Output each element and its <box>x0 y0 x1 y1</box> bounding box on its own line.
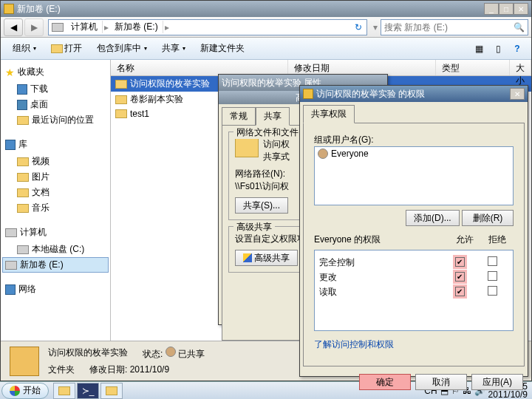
minimize-button[interactable]: _ <box>484 3 499 15</box>
network-header[interactable]: 网络 <box>2 280 109 299</box>
allow-change-checkbox[interactable] <box>455 272 465 282</box>
start-button[interactable]: 开始 <box>1 383 49 399</box>
view-button[interactable]: ▦ <box>471 41 487 57</box>
search-field[interactable]: 🔍 <box>381 19 528 35</box>
tab-sharing[interactable]: 共享 <box>256 107 290 126</box>
ok-button[interactable]: 确定 <box>359 374 411 390</box>
address-bar[interactable]: 计算机 ▸ 新加卷 (E:) ▸ ↻ <box>48 19 367 35</box>
tree-drive-c[interactable]: 本地磁盘 (C:) <box>2 242 109 257</box>
tree-recent[interactable]: 最近访问的位置 <box>2 112 109 128</box>
dialog-buttons: 确定 取消 应用(A) <box>300 369 528 395</box>
remove-button[interactable]: 删除(R) <box>462 210 514 226</box>
tree-pictures[interactable]: 图片 <box>2 169 109 185</box>
col-date[interactable]: 修改日期 <box>288 60 436 75</box>
col-name[interactable]: 名称 <box>111 60 288 75</box>
tree-desktop[interactable]: 桌面 <box>2 97 109 112</box>
permissions-grid: 完全控制 更改 读取 <box>314 250 514 331</box>
perm-row-read: 读取 <box>319 284 508 299</box>
status-type: 文件夹 <box>48 364 75 376</box>
cancel-button[interactable]: 取消 <box>415 374 467 390</box>
deny-read-checkbox[interactable] <box>488 286 497 296</box>
forward-button[interactable]: ▶ <box>24 18 44 36</box>
computer-header[interactable]: 计算机 <box>2 223 109 242</box>
perm-header: Everyone 的权限 <box>314 233 449 246</box>
tree-video[interactable]: 视频 <box>2 154 109 169</box>
start-orb-icon <box>10 386 20 396</box>
task-folder[interactable] <box>100 383 123 399</box>
search-input[interactable] <box>384 22 514 33</box>
tree-downloads[interactable]: 下载 <box>2 81 109 97</box>
add-button[interactable]: 添加(D)... <box>406 210 460 226</box>
open-button[interactable]: 打开 <box>45 40 88 57</box>
allow-read-checkbox[interactable] <box>455 287 465 296</box>
permissions-dialog: 访问权限的枚举实验 的权限 ✕ 共享权限 组或用户名(G): Everyone … <box>299 85 528 377</box>
search-icon[interactable]: 🔍 <box>514 22 525 33</box>
folder-icon <box>106 386 117 395</box>
learn-link[interactable]: 了解访问控制和权限 <box>314 339 394 349</box>
allow-full-checkbox[interactable] <box>455 257 465 267</box>
share-button[interactable]: 共享(S)... <box>235 197 288 214</box>
organize-button[interactable]: 组织 <box>7 40 42 57</box>
drive-icon <box>5 261 17 270</box>
recent-icon <box>17 116 29 125</box>
user-icon <box>318 149 328 159</box>
drive-icon <box>4 4 14 14</box>
status-name: 访问权限的枚举实验 <box>48 347 128 361</box>
window-title: 新加卷 (E:) <box>17 3 484 16</box>
task-powershell[interactable]: ≻_ <box>77 383 99 399</box>
deny-header: 拒绝 <box>481 233 514 246</box>
favorites-header[interactable]: ★收藏夹 <box>2 63 109 81</box>
libraries-header[interactable]: 库 <box>2 135 109 154</box>
breadcrumb-computer[interactable]: 计算机 <box>66 21 103 33</box>
video-icon <box>17 157 29 166</box>
share-button[interactable]: 共享 <box>156 40 191 57</box>
perm-row-change: 更改 <box>319 270 508 284</box>
folder-icon <box>115 80 127 89</box>
tree-music[interactable]: 音乐 <box>2 200 109 216</box>
folder-icon <box>303 89 313 99</box>
nav-bar: ◀ ▶ 计算机 ▸ 新加卷 (E:) ▸ ↻ ▾ 🔍 <box>1 17 531 38</box>
toolbar: 组织 打开 包含到库中 共享 新建文件夹 ▦ ▯ ? <box>1 38 531 60</box>
refresh-icon[interactable]: ↻ <box>350 22 366 33</box>
col-size[interactable]: 大小 <box>510 60 531 75</box>
drive-icon <box>17 245 29 254</box>
perm-tabs: 共享权限 <box>300 102 528 123</box>
advanced-share-button[interactable]: 高级共享 <box>235 250 298 266</box>
explorer-titlebar[interactable]: 新加卷 (E:) _ □ ✕ <box>1 1 531 17</box>
users-listbox[interactable]: Everyone <box>314 146 514 205</box>
deny-change-checkbox[interactable] <box>488 271 497 281</box>
list-item[interactable]: Everyone <box>315 147 513 160</box>
help-icon[interactable]: ? <box>509 41 525 57</box>
maximize-button[interactable]: □ <box>499 3 514 15</box>
close-button[interactable]: ✕ <box>514 3 528 15</box>
tab-share-perm[interactable]: 共享权限 <box>303 105 355 123</box>
col-type[interactable]: 类型 <box>436 60 510 75</box>
folder-icon <box>115 95 127 104</box>
breadcrumb-drive[interactable]: 新加卷 (E:) <box>110 21 163 33</box>
drive-icon <box>52 23 64 32</box>
shared-icon <box>166 347 176 357</box>
music-icon <box>17 204 29 213</box>
perm-close-button[interactable]: ✕ <box>510 88 525 100</box>
preview-pane-button[interactable]: ▯ <box>490 41 506 57</box>
tab-general[interactable]: 常规 <box>222 107 256 125</box>
allow-header: 允许 <box>449 233 481 246</box>
nav-tree: ★收藏夹 下载 桌面 最近访问的位置 库 视频 图片 文档 音乐 计算机 本地磁… <box>1 60 111 341</box>
addr-dropdown-icon[interactable]: ▾ <box>370 22 381 33</box>
desktop-icon <box>17 100 27 110</box>
apply-button[interactable]: 应用(A) <box>471 374 523 390</box>
explorer-icon <box>58 386 70 395</box>
include-library-button[interactable]: 包含到库中 <box>91 40 153 57</box>
perm-body: 组或用户名(G): Everyone 添加(D)... 删除(R) Everyo… <box>303 123 525 366</box>
tree-docs[interactable]: 文档 <box>2 185 109 200</box>
tree-drive-e[interactable]: 新加卷 (E:) <box>2 257 109 273</box>
back-button[interactable]: ◀ <box>4 18 23 36</box>
task-explorer[interactable] <box>53 383 75 399</box>
computer-icon <box>5 228 17 237</box>
perm-title: 访问权限的枚举实验 的权限 <box>316 88 510 100</box>
deny-full-checkbox[interactable] <box>488 256 497 266</box>
perm-row-full: 完全控制 <box>319 255 508 270</box>
new-folder-button[interactable]: 新建文件夹 <box>194 40 250 57</box>
perm-titlebar[interactable]: 访问权限的枚举实验 的权限 ✕ <box>300 86 528 102</box>
star-icon: ★ <box>5 66 15 78</box>
